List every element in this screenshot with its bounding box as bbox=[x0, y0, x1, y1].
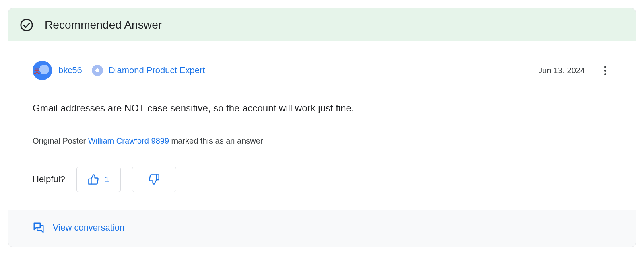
helpful-label: Helpful? bbox=[33, 174, 65, 185]
marked-as-answer-row: Original Poster William Crawford 9899 ma… bbox=[33, 136, 611, 146]
view-conversation-label: View conversation bbox=[53, 222, 124, 233]
marked-suffix: marked this as an answer bbox=[169, 136, 263, 145]
view-conversation-button[interactable]: View conversation bbox=[33, 222, 124, 234]
thumbs-up-icon bbox=[88, 174, 99, 185]
checkmark-circle-icon bbox=[20, 18, 33, 32]
upvote-count: 1 bbox=[105, 175, 109, 184]
more-options-button[interactable] bbox=[599, 64, 611, 77]
card-header: Recommended Answer bbox=[8, 8, 636, 41]
recommended-answer-card: Recommended Answer 天 bkc56 ✦ Diamond Pro… bbox=[8, 8, 636, 247]
answer-body: Gmail addresses are NOT case sensitive, … bbox=[33, 101, 611, 115]
conversation-icon bbox=[33, 222, 45, 234]
svg-point-0 bbox=[21, 19, 32, 31]
expert-badge[interactable]: ✦ Diamond Product Expert bbox=[92, 65, 205, 76]
author-link[interactable]: bkc56 bbox=[58, 65, 82, 76]
upvote-button[interactable]: 1 bbox=[76, 167, 121, 192]
card-body: 天 bkc56 ✦ Diamond Product Expert Jun 13,… bbox=[8, 41, 636, 210]
original-poster-link[interactable]: William Crawford 9899 bbox=[88, 136, 169, 145]
thumbs-down-icon bbox=[149, 174, 160, 185]
diamond-badge-icon: ✦ bbox=[92, 65, 103, 76]
post-date: Jun 13, 2024 bbox=[538, 66, 585, 75]
author-avatar[interactable]: 天 bbox=[33, 61, 52, 80]
marked-prefix: Original Poster bbox=[33, 136, 88, 145]
helpful-row: Helpful? 1 bbox=[33, 167, 611, 192]
downvote-button[interactable] bbox=[132, 167, 176, 192]
meta-row: 天 bkc56 ✦ Diamond Product Expert Jun 13,… bbox=[33, 61, 611, 80]
card-footer: View conversation bbox=[8, 210, 636, 247]
header-title: Recommended Answer bbox=[45, 19, 162, 31]
expert-badge-label: Diamond Product Expert bbox=[109, 65, 205, 76]
